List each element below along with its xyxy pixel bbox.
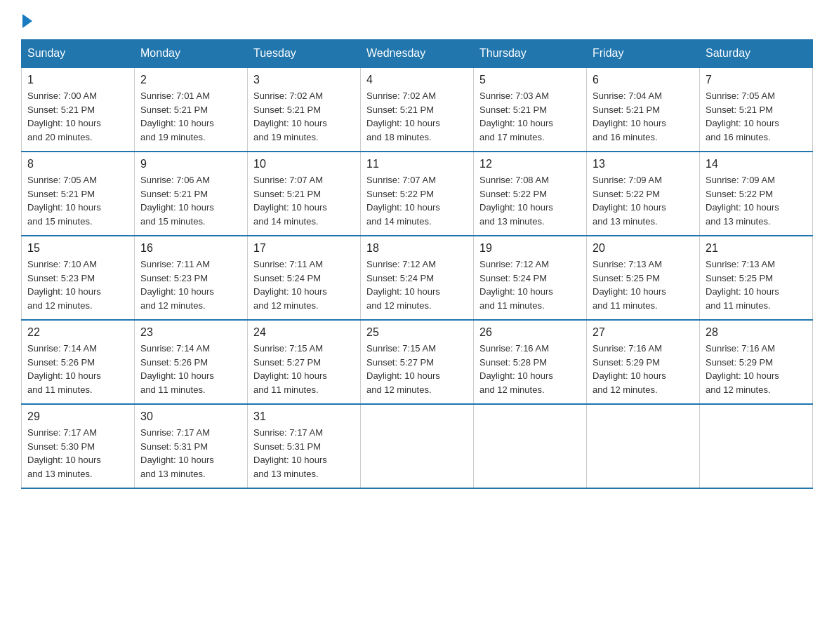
day-number: 21 — [706, 242, 807, 255]
day-info: Sunrise: 7:05 AMSunset: 5:21 PMDaylight:… — [27, 175, 101, 227]
day-info: Sunrise: 7:08 AMSunset: 5:22 PMDaylight:… — [479, 175, 553, 227]
calendar-cell — [700, 404, 813, 488]
day-info: Sunrise: 7:12 AMSunset: 5:24 PMDaylight:… — [479, 259, 553, 311]
day-number: 3 — [253, 74, 355, 86]
day-info: Sunrise: 7:12 AMSunset: 5:24 PMDaylight:… — [366, 259, 440, 311]
calendar-cell: 3 Sunrise: 7:02 AMSunset: 5:21 PMDayligh… — [248, 67, 361, 152]
day-info: Sunrise: 7:07 AMSunset: 5:21 PMDaylight:… — [253, 175, 327, 227]
week-row-3: 15 Sunrise: 7:10 AMSunset: 5:23 PMDaylig… — [22, 236, 813, 320]
page-header — [21, 14, 813, 27]
day-number: 7 — [706, 74, 807, 86]
day-number: 25 — [366, 326, 468, 339]
header-cell-monday: Monday — [135, 40, 248, 68]
header-row: SundayMondayTuesdayWednesdayThursdayFrid… — [22, 40, 813, 68]
calendar-cell: 17 Sunrise: 7:11 AMSunset: 5:24 PMDaylig… — [248, 236, 361, 320]
calendar-cell: 19 Sunrise: 7:12 AMSunset: 5:24 PMDaylig… — [474, 236, 587, 320]
day-number: 11 — [366, 158, 468, 170]
calendar-cell: 26 Sunrise: 7:16 AMSunset: 5:28 PMDaylig… — [474, 320, 587, 404]
day-info: Sunrise: 7:02 AMSunset: 5:21 PMDaylight:… — [253, 90, 327, 142]
calendar-cell: 13 Sunrise: 7:09 AMSunset: 5:22 PMDaylig… — [587, 152, 700, 236]
calendar-cell: 23 Sunrise: 7:14 AMSunset: 5:26 PMDaylig… — [135, 320, 248, 404]
calendar-cell: 16 Sunrise: 7:11 AMSunset: 5:23 PMDaylig… — [135, 236, 248, 320]
day-number: 15 — [27, 242, 128, 255]
week-row-4: 22 Sunrise: 7:14 AMSunset: 5:26 PMDaylig… — [22, 320, 813, 404]
calendar-cell: 7 Sunrise: 7:05 AMSunset: 5:21 PMDayligh… — [700, 67, 813, 152]
day-number: 20 — [593, 242, 694, 255]
day-number: 23 — [140, 326, 241, 339]
day-number: 16 — [140, 242, 241, 255]
day-info: Sunrise: 7:15 AMSunset: 5:27 PMDaylight:… — [253, 343, 327, 395]
day-number: 2 — [140, 74, 241, 86]
day-info: Sunrise: 7:15 AMSunset: 5:27 PMDaylight:… — [366, 343, 440, 395]
day-number: 12 — [479, 158, 581, 170]
day-number: 31 — [253, 410, 355, 423]
header-cell-saturday: Saturday — [700, 40, 813, 68]
week-row-1: 1 Sunrise: 7:00 AMSunset: 5:21 PMDayligh… — [22, 67, 813, 152]
day-info: Sunrise: 7:05 AMSunset: 5:21 PMDaylight:… — [706, 90, 779, 142]
day-info: Sunrise: 7:16 AMSunset: 5:29 PMDaylight:… — [593, 343, 666, 395]
header-cell-friday: Friday — [587, 40, 700, 68]
day-info: Sunrise: 7:06 AMSunset: 5:21 PMDaylight:… — [140, 175, 214, 227]
calendar-cell: 2 Sunrise: 7:01 AMSunset: 5:21 PMDayligh… — [135, 67, 248, 152]
calendar-cell: 9 Sunrise: 7:06 AMSunset: 5:21 PMDayligh… — [135, 152, 248, 236]
calendar-cell: 1 Sunrise: 7:00 AMSunset: 5:21 PMDayligh… — [22, 67, 135, 152]
calendar-cell: 18 Sunrise: 7:12 AMSunset: 5:24 PMDaylig… — [361, 236, 474, 320]
day-info: Sunrise: 7:17 AMSunset: 5:31 PMDaylight:… — [140, 427, 214, 479]
day-info: Sunrise: 7:11 AMSunset: 5:23 PMDaylight:… — [140, 259, 214, 311]
logo-arrow-icon — [22, 14, 32, 28]
day-number: 22 — [27, 326, 128, 339]
day-info: Sunrise: 7:03 AMSunset: 5:21 PMDaylight:… — [479, 90, 553, 142]
calendar-cell — [474, 404, 587, 488]
day-number: 19 — [479, 242, 581, 255]
day-number: 4 — [366, 74, 468, 86]
calendar-cell — [361, 404, 474, 488]
day-number: 1 — [27, 74, 128, 86]
day-info: Sunrise: 7:16 AMSunset: 5:28 PMDaylight:… — [479, 343, 553, 395]
day-number: 30 — [140, 410, 241, 423]
calendar-cell: 5 Sunrise: 7:03 AMSunset: 5:21 PMDayligh… — [474, 67, 587, 152]
logo — [21, 14, 32, 27]
day-info: Sunrise: 7:13 AMSunset: 5:25 PMDaylight:… — [593, 259, 666, 311]
calendar-table: SundayMondayTuesdayWednesdayThursdayFrid… — [21, 39, 813, 489]
day-info: Sunrise: 7:01 AMSunset: 5:21 PMDaylight:… — [140, 90, 214, 142]
day-info: Sunrise: 7:09 AMSunset: 5:22 PMDaylight:… — [593, 175, 666, 227]
calendar-cell: 22 Sunrise: 7:14 AMSunset: 5:26 PMDaylig… — [22, 320, 135, 404]
calendar-cell: 20 Sunrise: 7:13 AMSunset: 5:25 PMDaylig… — [587, 236, 700, 320]
day-info: Sunrise: 7:14 AMSunset: 5:26 PMDaylight:… — [140, 343, 214, 395]
day-number: 10 — [253, 158, 355, 170]
calendar-cell: 28 Sunrise: 7:16 AMSunset: 5:29 PMDaylig… — [700, 320, 813, 404]
day-info: Sunrise: 7:00 AMSunset: 5:21 PMDaylight:… — [27, 90, 101, 142]
calendar-cell — [587, 404, 700, 488]
day-number: 5 — [479, 74, 581, 86]
day-info: Sunrise: 7:13 AMSunset: 5:25 PMDaylight:… — [706, 259, 779, 311]
calendar-cell: 21 Sunrise: 7:13 AMSunset: 5:25 PMDaylig… — [700, 236, 813, 320]
calendar-cell: 10 Sunrise: 7:07 AMSunset: 5:21 PMDaylig… — [248, 152, 361, 236]
calendar-cell: 4 Sunrise: 7:02 AMSunset: 5:21 PMDayligh… — [361, 67, 474, 152]
day-number: 14 — [706, 158, 807, 170]
calendar-cell: 14 Sunrise: 7:09 AMSunset: 5:22 PMDaylig… — [700, 152, 813, 236]
day-info: Sunrise: 7:10 AMSunset: 5:23 PMDaylight:… — [27, 259, 101, 311]
calendar-cell: 31 Sunrise: 7:17 AMSunset: 5:31 PMDaylig… — [248, 404, 361, 488]
calendar-cell: 24 Sunrise: 7:15 AMSunset: 5:27 PMDaylig… — [248, 320, 361, 404]
day-number: 18 — [366, 242, 468, 255]
calendar-cell: 6 Sunrise: 7:04 AMSunset: 5:21 PMDayligh… — [587, 67, 700, 152]
header-cell-tuesday: Tuesday — [248, 40, 361, 68]
header-cell-sunday: Sunday — [22, 40, 135, 68]
calendar-cell: 11 Sunrise: 7:07 AMSunset: 5:22 PMDaylig… — [361, 152, 474, 236]
day-number: 9 — [140, 158, 241, 170]
day-number: 26 — [479, 326, 581, 339]
day-info: Sunrise: 7:02 AMSunset: 5:21 PMDaylight:… — [366, 90, 440, 142]
calendar-cell: 25 Sunrise: 7:15 AMSunset: 5:27 PMDaylig… — [361, 320, 474, 404]
day-number: 13 — [593, 158, 694, 170]
calendar-cell: 8 Sunrise: 7:05 AMSunset: 5:21 PMDayligh… — [22, 152, 135, 236]
calendar-cell: 29 Sunrise: 7:17 AMSunset: 5:30 PMDaylig… — [22, 404, 135, 488]
calendar-header: SundayMondayTuesdayWednesdayThursdayFrid… — [22, 40, 813, 68]
calendar-cell: 27 Sunrise: 7:16 AMSunset: 5:29 PMDaylig… — [587, 320, 700, 404]
day-number: 27 — [593, 326, 694, 339]
day-number: 28 — [706, 326, 807, 339]
header-cell-thursday: Thursday — [474, 40, 587, 68]
day-number: 29 — [27, 410, 128, 423]
day-info: Sunrise: 7:17 AMSunset: 5:31 PMDaylight:… — [253, 427, 327, 479]
day-info: Sunrise: 7:14 AMSunset: 5:26 PMDaylight:… — [27, 343, 101, 395]
day-info: Sunrise: 7:09 AMSunset: 5:22 PMDaylight:… — [706, 175, 779, 227]
